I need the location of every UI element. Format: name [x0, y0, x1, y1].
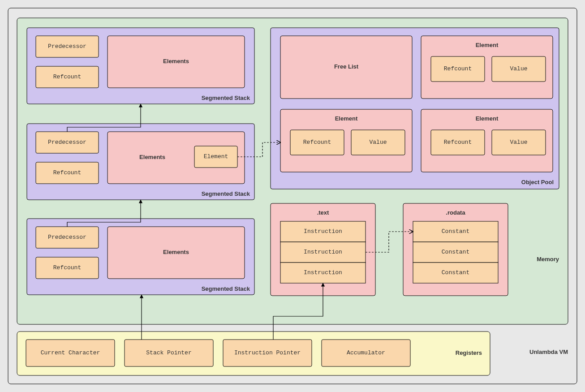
element-tr-refcount: Refcount	[444, 65, 472, 72]
free-list: Free List	[334, 63, 359, 70]
elements-2: Elements	[139, 154, 165, 160]
memory-label: Memory	[537, 256, 559, 263]
rodata-section: .rodata Constant Constant Constant	[403, 203, 508, 296]
element-br-value: Value	[510, 139, 527, 146]
instr-1: Instruction	[304, 249, 342, 255]
svg-text:.rodata: .rodata	[446, 209, 465, 216]
const-1: Constant	[442, 249, 469, 255]
text-section: .text Instruction Instruction Instructio…	[271, 203, 375, 296]
object-pool: Object Pool Free List Element Refcount V…	[271, 28, 559, 189]
element-tr-label: Element	[476, 42, 499, 48]
instr-0: Instruction	[304, 228, 342, 235]
element-inner: Element	[204, 153, 228, 160]
element-br-refcount: Refcount	[444, 139, 472, 146]
predecessor-2: Predecessor	[48, 139, 86, 146]
element-bl-label: Element	[335, 115, 358, 122]
segmented-stack-1: Segmented Stack Predecessor Refcount Ele…	[27, 28, 254, 104]
element-br-label: Element	[476, 115, 499, 122]
const-2: Constant	[442, 269, 469, 276]
element-tr-value: Value	[510, 65, 527, 72]
svg-text:Registers: Registers	[456, 349, 482, 356]
instr-2: Instruction	[304, 269, 342, 276]
elements-3: Elements	[163, 249, 189, 255]
registers-box: Registers Current Character Stack Pointe…	[17, 332, 490, 375]
element-bl-value: Value	[369, 139, 387, 146]
predecessor-1: Predecessor	[48, 43, 86, 50]
elements-1: Elements	[163, 58, 189, 65]
refcount-1: Refcount	[53, 73, 81, 80]
reg-stack-pointer: Stack Pointer	[146, 349, 191, 356]
svg-text:Object Pool: Object Pool	[521, 179, 554, 185]
svg-text:Segmented Stack: Segmented Stack	[202, 95, 250, 101]
svg-text:Segmented Stack: Segmented Stack	[202, 190, 250, 197]
reg-instruction-pointer: Instruction Pointer	[234, 349, 301, 356]
svg-text:.text: .text	[317, 209, 329, 216]
vm-label: Unlambda VM	[529, 349, 568, 355]
element-bl-refcount: Refcount	[303, 139, 331, 146]
reg-accumulator: Accumulator	[347, 349, 385, 356]
const-0: Constant	[442, 228, 469, 235]
svg-text:Segmented Stack: Segmented Stack	[202, 285, 250, 292]
predecessor-3: Predecessor	[48, 234, 86, 241]
segmented-stack-2: Segmented Stack Predecessor Refcount Ele…	[27, 124, 254, 200]
refcount-2: Refcount	[53, 169, 81, 176]
reg-current-char: Current Character	[41, 349, 100, 356]
segmented-stack-3: Segmented Stack Predecessor Refcount Ele…	[27, 219, 254, 295]
refcount-3: Refcount	[53, 264, 81, 271]
